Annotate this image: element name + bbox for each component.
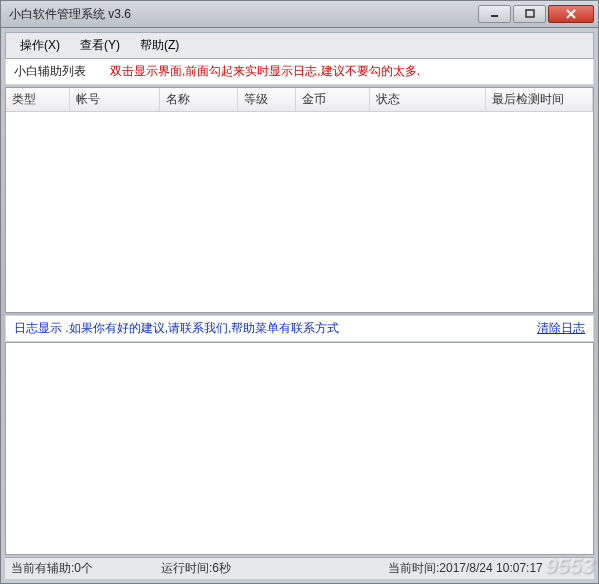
helper-table-head: 类型 帐号 名称 等级 金币 状态 最后检测时间 bbox=[6, 88, 593, 112]
close-button[interactable] bbox=[548, 5, 594, 23]
col-status[interactable]: 状态 bbox=[370, 88, 486, 111]
col-account[interactable]: 帐号 bbox=[70, 88, 160, 111]
statusbar: 当前有辅助:0个 运行时间:6秒 当前时间:2017/8/24 10:07:17 bbox=[5, 557, 594, 579]
window-titlebar: 小白软件管理系统 v3.6 bbox=[0, 0, 599, 28]
helper-list-title: 小白辅助列表 bbox=[14, 63, 86, 80]
status-current-time: 当前时间:2017/8/24 10:07:17 bbox=[388, 560, 588, 577]
maximize-button[interactable] bbox=[513, 5, 546, 23]
status-runtime: 运行时间:6秒 bbox=[161, 560, 388, 577]
window-buttons bbox=[476, 5, 594, 23]
svg-rect-1 bbox=[526, 10, 534, 17]
helper-list-header: 小白辅助列表 双击显示界面,前面勾起来实时显示日志,建议不要勾的太多. bbox=[5, 59, 594, 85]
status-helper-count: 当前有辅助:0个 bbox=[11, 560, 161, 577]
log-header: 日志显示 .如果你有好的建议,请联系我们,帮助菜单有联系方式 清除日志 bbox=[5, 315, 594, 342]
menu-operate[interactable]: 操作(X) bbox=[10, 35, 70, 56]
col-level[interactable]: 等级 bbox=[238, 88, 296, 111]
log-container bbox=[5, 342, 594, 555]
minimize-button[interactable] bbox=[478, 5, 511, 23]
log-textarea[interactable] bbox=[6, 343, 593, 554]
col-last-check[interactable]: 最后检测时间 bbox=[486, 88, 593, 111]
window-title: 小白软件管理系统 v3.6 bbox=[9, 6, 476, 23]
col-name[interactable]: 名称 bbox=[160, 88, 238, 111]
table-rows-empty bbox=[6, 112, 593, 312]
helper-table: 类型 帐号 名称 等级 金币 状态 最后检测时间 bbox=[5, 87, 594, 313]
menubar: 操作(X) 查看(Y) 帮助(Z) bbox=[5, 32, 594, 59]
client-area: 操作(X) 查看(Y) 帮助(Z) 小白辅助列表 双击显示界面,前面勾起来实时显… bbox=[0, 28, 599, 584]
helper-list-hint: 双击显示界面,前面勾起来实时显示日志,建议不要勾的太多. bbox=[110, 63, 420, 80]
menu-help[interactable]: 帮助(Z) bbox=[130, 35, 189, 56]
col-type[interactable]: 类型 bbox=[6, 88, 70, 111]
col-gold[interactable]: 金币 bbox=[296, 88, 370, 111]
log-header-text: 日志显示 .如果你有好的建议,请联系我们,帮助菜单有联系方式 bbox=[14, 320, 537, 337]
helper-table-body[interactable] bbox=[6, 112, 593, 312]
clear-log-link[interactable]: 清除日志 bbox=[537, 320, 585, 337]
menu-view[interactable]: 查看(Y) bbox=[70, 35, 130, 56]
